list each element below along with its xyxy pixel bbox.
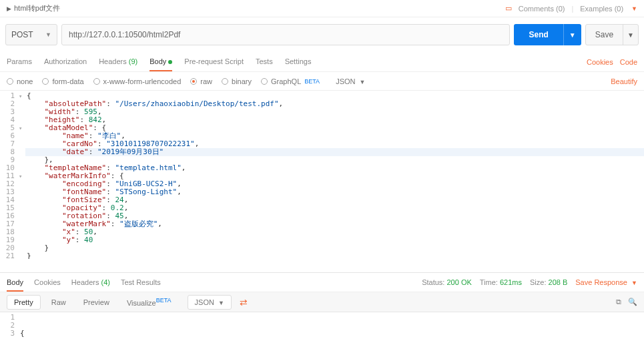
radio-none[interactable]: none: [7, 77, 33, 85]
size-label: Size: 208 B: [530, 278, 567, 286]
request-row: POST ▼ Send ▼ Save ▼: [0, 17, 644, 52]
status-label: Status: 200 OK: [422, 278, 472, 286]
tab-settings[interactable]: Settings: [285, 53, 312, 71]
resp-tab-tests[interactable]: Test Results: [121, 278, 161, 287]
tab-title: html转pdf文件: [14, 3, 60, 13]
response-header: Body Cookies Headers (4) Test Results St…: [0, 272, 644, 292]
save-response-link[interactable]: Save Response ▼: [575, 278, 637, 286]
radio-graphql[interactable]: GraphQLBETA: [261, 77, 320, 85]
wrap-icon[interactable]: ⇄: [236, 297, 252, 308]
radio-xwww[interactable]: x-www-form-urlencoded: [93, 77, 182, 85]
line-gutter: 123456789101112131415161718192021: [0, 91, 19, 259]
chevron-right-icon: ▶: [7, 5, 11, 12]
code-link[interactable]: Code: [620, 58, 637, 66]
examples-link[interactable]: Examples (0): [580, 5, 623, 13]
time-label: Time: 621ms: [480, 278, 522, 286]
resp-tab-body[interactable]: Body: [7, 278, 23, 292]
dot-icon: [168, 60, 172, 64]
method-value: POST: [11, 30, 33, 39]
view-raw[interactable]: Raw: [45, 296, 73, 309]
radio-binary[interactable]: binary: [222, 77, 252, 85]
method-select[interactable]: POST ▼: [5, 24, 57, 45]
response-toolbar: Pretty Raw Preview VisualizeBETA JSON ▼ …: [0, 292, 644, 312]
request-tabs: Params Authorization Headers (9) Body Pr…: [0, 52, 644, 72]
body-options: none form-data x-www-form-urlencoded raw…: [0, 72, 644, 91]
radio-formdata[interactable]: form-data: [42, 77, 83, 85]
caret-down-icon: ▼: [360, 79, 366, 85]
divider: |: [571, 5, 573, 13]
breadcrumb: ▶ html转pdf文件: [7, 3, 60, 13]
save-label: Save: [586, 25, 623, 45]
radio-raw[interactable]: raw: [190, 77, 212, 85]
tab-params[interactable]: Params: [7, 53, 32, 71]
beautify-link[interactable]: Beautify: [611, 77, 637, 85]
topbar: ▶ html转pdf文件 ▭ Comments (0) | Examples (…: [0, 0, 644, 17]
caret-down-icon[interactable]: ▼: [623, 25, 638, 45]
caret-down-icon: ▼: [45, 31, 51, 38]
line-gutter: 123: [0, 312, 19, 339]
resp-tab-headers[interactable]: Headers (4): [71, 278, 110, 287]
code-content[interactable]: { "absolutePath": "/Users/zhaoxiaobin/De…: [25, 91, 644, 259]
comments-link[interactable]: Comments (0): [519, 5, 565, 13]
fold-gutter: ▾▾▾: [19, 91, 25, 259]
view-visualize[interactable]: VisualizeBETA: [120, 294, 178, 310]
caret-down-icon: ▼: [631, 280, 637, 286]
cookies-link[interactable]: Cookies: [587, 58, 613, 66]
tab-body[interactable]: Body: [149, 53, 172, 71]
send-label: Send: [514, 24, 563, 45]
caret-down-icon[interactable]: ▼: [631, 5, 637, 12]
send-button[interactable]: Send ▼: [514, 24, 581, 45]
comment-icon: ▭: [505, 4, 512, 13]
code-content[interactable]: { "absolutePath": "/Users/zhaoxiaobin/De…: [19, 312, 644, 339]
content-type-select[interactable]: JSON ▼: [336, 77, 365, 85]
resp-tab-cookies[interactable]: Cookies: [34, 278, 61, 287]
resp-type-select[interactable]: JSON ▼: [188, 295, 232, 310]
view-preview[interactable]: Preview: [77, 296, 116, 309]
tab-prerequest[interactable]: Pre-request Script: [184, 53, 244, 71]
url-input[interactable]: [61, 24, 510, 45]
view-pretty[interactable]: Pretty: [7, 295, 41, 310]
search-icon[interactable]: 🔍: [628, 298, 637, 306]
tab-tests[interactable]: Tests: [256, 53, 273, 71]
response-body-editor[interactable]: 123 { "absolutePath": "/Users/zhaoxiaobi…: [0, 312, 644, 339]
request-body-editor[interactable]: 123456789101112131415161718192021 ▾▾▾ { …: [0, 91, 644, 259]
tab-authorization[interactable]: Authorization: [44, 53, 87, 71]
save-button[interactable]: Save ▼: [585, 24, 639, 45]
topbar-links: ▭ Comments (0) | Examples (0) ▼: [505, 4, 637, 13]
caret-down-icon[interactable]: ▼: [563, 24, 581, 45]
caret-down-icon: ▼: [218, 300, 224, 306]
copy-icon[interactable]: ⧉: [616, 298, 621, 306]
tab-headers[interactable]: Headers (9): [99, 53, 137, 71]
